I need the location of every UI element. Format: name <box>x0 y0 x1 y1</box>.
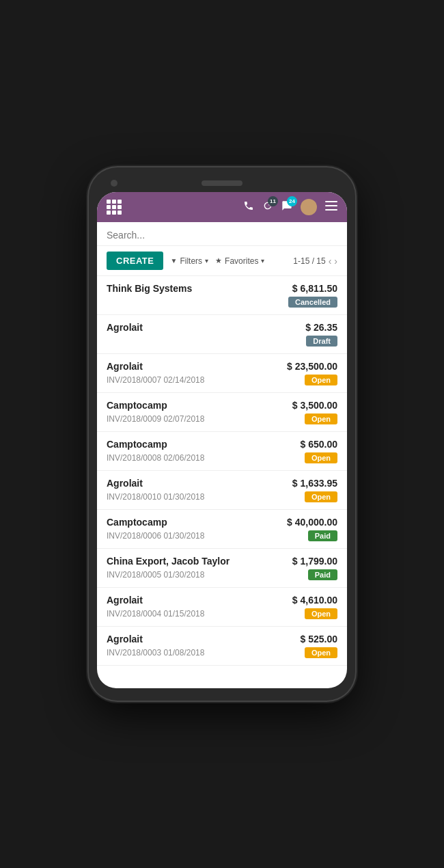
invoice-name: Camptocamp <box>107 400 167 411</box>
invoice-amount: $ 1,799.00 <box>292 556 337 567</box>
invoice-meta: INV/2018/0007 02/14/2018 <box>107 375 204 385</box>
filters-dropdown[interactable]: ▼ Filters ▾ <box>170 256 208 266</box>
grid-icon <box>107 200 122 215</box>
top-bar: 11 24 <box>97 192 347 222</box>
invoice-amount: $ 6,811.50 <box>292 283 337 294</box>
status-badge: Cancelled <box>288 297 337 308</box>
invoice-name: Agrolait <box>107 361 143 372</box>
list-item[interactable]: Camptocamp$ 3,500.00INV/2018/0009 02/07/… <box>97 393 347 432</box>
invoice-list: Think Big Systems$ 6,811.50CancelledAgro… <box>97 276 347 688</box>
invoice-amount: $ 3,500.00 <box>292 400 337 411</box>
invoice-meta: INV/2018/0005 01/30/2018 <box>107 570 204 580</box>
invoice-amount: $ 650.00 <box>301 439 338 450</box>
list-item[interactable]: Agrolait$ 525.00INV/2018/0003 01/08/2018… <box>97 627 347 666</box>
invoice-amount: $ 26.35 <box>305 322 337 333</box>
refresh-icon[interactable]: 11 <box>262 200 273 214</box>
chat-badge: 24 <box>287 196 297 206</box>
list-item[interactable]: Agrolait$ 1,633.95INV/2018/0010 01/30/20… <box>97 471 347 510</box>
list-item[interactable]: Camptocamp$ 40,000.00INV/2018/0006 01/30… <box>97 510 347 549</box>
invoice-name: Camptocamp <box>107 517 167 528</box>
invoice-name: Camptocamp <box>107 439 167 450</box>
refresh-badge: 11 <box>268 196 278 206</box>
invoice-amount: $ 23,500.00 <box>287 361 337 372</box>
pagination: 1-15 / 15 ‹ › <box>293 256 337 267</box>
filter-icon: ▼ <box>170 257 177 265</box>
hamburger-menu-icon[interactable] <box>325 201 337 213</box>
list-item[interactable]: Agrolait$ 4,610.00INV/2018/0004 01/15/20… <box>97 588 347 627</box>
create-button[interactable]: CREATE <box>107 252 163 270</box>
invoice-name: Agrolait <box>107 634 143 645</box>
status-badge: Paid <box>308 569 337 580</box>
invoice-amount: $ 525.00 <box>301 634 338 645</box>
status-badge: Open <box>305 647 337 658</box>
filters-arrow: ▾ <box>205 257 208 265</box>
invoice-amount: $ 1,633.95 <box>292 478 337 489</box>
status-badge: Open <box>305 608 337 619</box>
phone-notch <box>97 180 347 192</box>
invoice-meta: INV/2018/0008 02/06/2018 <box>107 453 204 463</box>
invoice-meta: INV/2018/0010 01/30/2018 <box>107 492 204 502</box>
filters-label: Filters <box>180 256 202 266</box>
invoice-meta: INV/2018/0009 02/07/2018 <box>107 414 204 424</box>
avatar[interactable] <box>301 199 317 215</box>
list-item[interactable]: Agrolait$ 23,500.00INV/2018/0007 02/14/2… <box>97 354 347 393</box>
status-badge: Open <box>305 375 337 385</box>
status-badge: Open <box>305 413 337 424</box>
svg-rect-3 <box>325 209 337 211</box>
list-item[interactable]: China Export, Jacob Taylor$ 1,799.00INV/… <box>97 549 347 588</box>
list-item[interactable]: Think Big Systems$ 6,811.50Cancelled <box>97 276 347 315</box>
chat-icon[interactable]: 24 <box>281 200 292 214</box>
invoice-name: Agrolait <box>107 595 143 606</box>
star-icon: ★ <box>215 256 222 265</box>
app-menu-button[interactable] <box>107 200 122 215</box>
invoice-name: China Export, Jacob Taylor <box>107 556 230 567</box>
pagination-prev[interactable]: ‹ <box>329 256 332 267</box>
phone-icon[interactable] <box>243 200 254 214</box>
pagination-next[interactable]: › <box>334 256 337 267</box>
list-item[interactable]: Agrolait$ 26.35Draft <box>97 315 347 354</box>
status-badge: Draft <box>306 336 337 347</box>
svg-point-0 <box>306 202 311 207</box>
list-item[interactable]: Camptocamp$ 650.00INV/2018/0008 02/06/20… <box>97 432 347 471</box>
invoice-amount: $ 4,610.00 <box>292 595 337 606</box>
invoice-name: Agrolait <box>107 478 143 489</box>
invoice-meta: INV/2018/0003 01/08/2018 <box>107 648 204 657</box>
status-badge: Paid <box>308 530 337 541</box>
search-input[interactable] <box>107 230 337 241</box>
phone-shell: 11 24 <box>89 167 355 701</box>
pagination-text: 1-15 / 15 <box>293 256 325 266</box>
svg-rect-1 <box>325 201 337 202</box>
favorites-label: Favorites <box>225 256 258 266</box>
camera <box>111 180 117 187</box>
invoice-meta: INV/2018/0004 01/15/2018 <box>107 609 204 619</box>
phone-screen: 11 24 <box>97 192 347 688</box>
toolbar: CREATE ▼ Filters ▾ ★ Favorites ▾ 1-15 / … <box>97 246 347 276</box>
top-bar-right: 11 24 <box>243 199 337 215</box>
status-badge: Open <box>305 452 337 463</box>
invoice-name: Think Big Systems <box>107 283 192 294</box>
speaker <box>202 180 242 186</box>
favorites-dropdown[interactable]: ★ Favorites ▾ <box>215 256 264 266</box>
favorites-arrow: ▾ <box>261 257 264 265</box>
search-bar <box>97 222 347 246</box>
invoice-amount: $ 40,000.00 <box>287 517 337 528</box>
status-badge: Open <box>305 491 337 502</box>
invoice-name: Agrolait <box>107 322 143 333</box>
svg-rect-2 <box>325 205 337 206</box>
invoice-meta: INV/2018/0006 01/30/2018 <box>107 531 204 541</box>
